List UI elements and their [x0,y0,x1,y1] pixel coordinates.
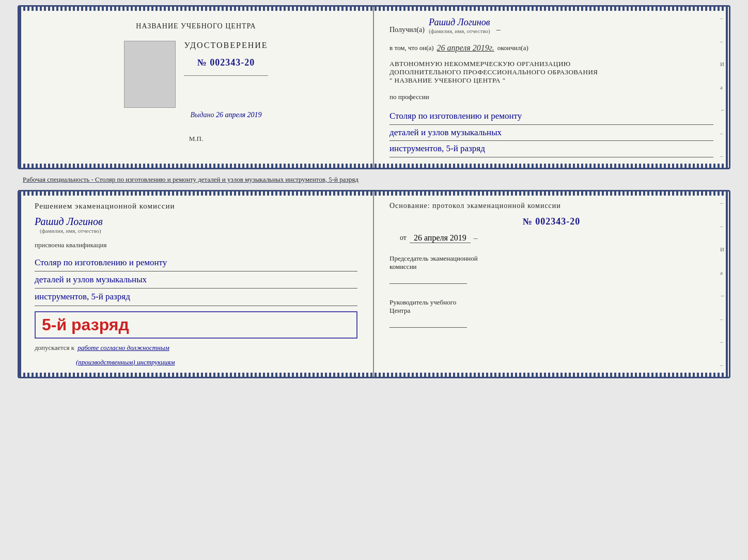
side-marks: – – И а ← – – [720,7,726,168]
recipient-row: Получил(а) Рашид Логинов (фамилия, имя, … [389,17,713,34]
specialty-label: Рабочая специальность - Столяр по изгото… [18,173,730,186]
qualification-block: Столяр по изготовлению и ремонту деталей… [35,254,357,306]
received-label: Получил(а) [389,26,425,34]
fio-subtext2: (фамилия, имя, отчество) [40,228,101,234]
profession-block: Столяр по изготовлению и ремонту деталей… [389,108,713,157]
issued-date: 26 апреля 2019 [216,111,261,119]
chairman-line1: Председатель экаменационной [389,254,713,263]
qual-line2: деталей и узлов музыкальных [35,271,357,289]
profession-line3: инструментов, 5-й разряд [389,141,713,157]
допускается-label: допускается к [35,344,74,352]
chairman-line2: комиссии [389,263,713,271]
left-center-block: УДОСТОВЕРЕНИЕ № 002343-20 Выдано 26 апре… [124,41,268,119]
cert-number: № 002343-20 [197,57,255,68]
from-date: 26 апреля 2019 [410,233,471,243]
left-text-block: УДОСТОВЕРЕНИЕ № 002343-20 Выдано 26 апре… [184,41,268,119]
director-line1: Руководитель учебного [389,298,713,307]
basis-text: Основание: протокол экаменационной комис… [389,202,713,210]
top-document: НАЗВАНИЕ УЧЕБНОГО ЦЕНТРА УДОСТОВЕРЕНИЕ №… [18,5,730,169]
side-marks2: – – И а ← – – – [720,191,726,377]
qual-line1: Столяр по изготовлению и ремонту [35,254,357,271]
org-block: АВТОНОМНУЮ НЕКОММЕРЧЕСКУЮ ОРГАНИЗАЦИЮ ДО… [389,60,713,85]
org-line3: " НАЗВАНИЕ УЧЕБНОГО ЦЕНТРА " [389,76,713,85]
bottom-document: Решением экаменационной комиссии Рашид Л… [18,190,730,378]
doc1-left: НАЗВАНИЕ УЧЕБНОГО ЦЕНТРА УДОСТОВЕРЕНИЕ №… [19,7,374,168]
photo-placeholder [124,41,176,108]
doc2-left: Решением экаменационной комиссии Рашид Л… [19,191,374,377]
director-block: Руководитель учебного Центра [389,298,713,328]
profession-line2: деталей и узлов музыкальных [389,125,713,141]
cert-title: УДОСТОВЕРЕНИЕ [184,41,268,50]
допускается-row2: (производственным) инструкциям [76,357,357,366]
допускается-row: допускается к работе согласно должностны… [35,344,357,352]
dash1: – [496,25,501,34]
director-sig-line [389,317,467,328]
recipient-name-block: Рашид Логинов (фамилия, имя, отчество) [429,17,490,34]
director-line2: Центра [389,307,713,315]
training-center-title: НАЗВАНИЕ УЧЕБНОГО ЦЕНТРА [136,22,256,30]
doc1-right: Получил(а) Рашид Логинов (фамилия, имя, … [374,7,729,168]
dated-row: в том, что он(а) 26 апреля 2019г. окончи… [389,43,713,53]
org-line2: ДОПОЛНИТЕЛЬНОГО ПРОФЕССИОНАЛЬНОГО ОБРАЗО… [389,68,713,76]
from-label: от [400,234,407,242]
chairman-sig-line [389,274,467,284]
допускается-value: работе согласно должностным [77,344,169,352]
fio-subtext: (фамилия, имя, отчество) [429,28,490,34]
from-row: от 26 апреля 2019 – [400,233,713,243]
mp-line: М.П. [189,135,203,143]
commission-text: Решением экаменационной комиссии [35,202,357,211]
qualification-label: присвоена квалификация [35,241,357,249]
completed-label: окончил(а) [497,44,528,52]
profession-line1: Столяр по изготовлению и ремонту [389,108,713,125]
in-that-label: в том, что он(а) [389,44,434,52]
issued-label: Выдано [190,111,214,119]
qual-line3: инструментов, 5-й разряд [35,289,357,306]
person-name: Рашид Логинов [35,216,103,228]
recipient-name: Рашид Логинов [429,17,490,28]
rank-text: 5-й разряд [42,315,129,334]
допускается-value2: (производственным) инструкциям [76,358,175,366]
doc2-right: Основание: протокол экаменационной комис… [374,191,729,377]
org-line1: АВТОНОМНУЮ НЕКОММЕРЧЕСКУЮ ОРГАНИЗАЦИЮ [389,60,713,68]
completion-date: 26 апреля 2019г. [437,43,494,53]
chairman-block: Председатель экаменационной комиссии [389,254,713,284]
profession-label: по профессии [389,92,713,101]
dash2: – [474,233,478,243]
person-block: Рашид Логинов (фамилия, имя, отчество) [35,216,357,234]
issued-line: Выдано 26 апреля 2019 [190,111,261,119]
rank-box: 5-й разряд [35,311,357,339]
protocol-number: № 002343-20 [389,216,713,227]
